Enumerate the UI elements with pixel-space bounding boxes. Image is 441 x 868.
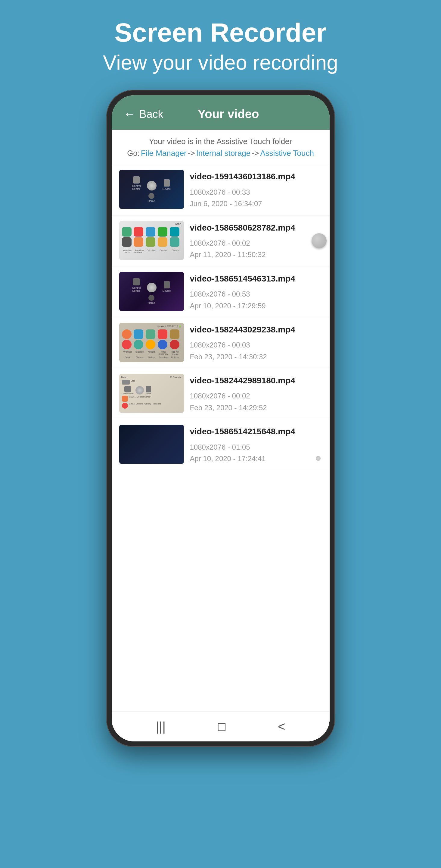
video-thumbnail: ControlCenter Device [119,170,184,209]
path-arrow-1: -> [188,147,195,160]
video-name: video-1582442989180.mp4 [190,375,322,386]
video-date: Apr 10, 2020 - 17:29:59 [190,300,322,312]
path-arrow-2: -> [252,147,259,160]
phone-frame: ← Back Your video Your video is in the A… [106,90,335,747]
page-header: Screen Recorder View your video recordin… [103,0,338,87]
video-date: Jun 6, 2020 - 16:34:07 [190,198,322,210]
video-list: ControlCenter Device [112,164,330,711]
video-item[interactable]: video-1586514215648.mp4 1080x2076 - 01:0… [112,419,330,470]
phone-outer: ← Back Your video Your video is in the A… [106,90,335,747]
video-resolution: 1080x2076 - 00:02 [190,390,322,402]
page-subtitle: View your video recording [103,50,338,75]
back-label: Back [139,108,164,121]
video-date: Apr 11, 2020 - 11:50:32 [190,249,322,260]
scroll-indicator [311,233,327,248]
video-info: video-1586514215648.mp4 1080x2076 - 01:0… [190,425,322,464]
path-assistive-touch[interactable]: Assistive Touch [260,147,314,160]
phone-navigation: ||| □ < [112,711,330,741]
path-internal-storage[interactable]: Internal storage [196,147,251,160]
video-resolution: 1080x2076 - 00:53 [190,288,322,300]
nav-back-button[interactable]: < [278,719,285,734]
video-item[interactable]: Updated 2/23 12:17 🔋 [112,317,330,368]
video-info: video-1591436013186.mp4 1080x2076 - 00:3… [190,170,322,210]
phone-header: ← Back Your video [112,95,330,130]
page-title: Screen Recorder [103,18,338,47]
video-thumbnail: Updated 2/23 12:17 🔋 [119,323,184,362]
video-item[interactable]: ControlCenter Device [112,267,330,317]
phone-inner: ← Back Your video Your video is in the A… [112,95,330,741]
video-info: video-1586514546313.mp4 1080x2076 - 00:5… [190,272,322,312]
path-file-manager[interactable]: File Manager [141,147,186,160]
video-date: Apr 10, 2020 - 17:24:41 [190,453,322,464]
video-item[interactable]: Mute ⊞ Favorite Stop [112,368,330,419]
video-resolution: 1080x2076 - 00:03 [190,339,322,351]
video-item[interactable]: ControlCenter Device [112,164,330,215]
video-thumbnail: Mute ⊞ Favorite Stop [119,374,184,413]
video-date: Feb 23, 2020 - 14:30:32 [190,351,322,363]
video-item[interactable]: Toán [112,216,330,267]
video-name: video-1591436013186.mp4 [190,171,322,182]
nav-home-button[interactable]: □ [218,719,226,734]
video-name: video-1586514215648.mp4 [190,426,322,437]
info-bar: Your video is in the Assistive Touch fol… [112,130,330,164]
video-resolution: 1080x2076 - 00:33 [190,187,322,198]
back-arrow-icon: ← [124,107,136,121]
nav-menu-button[interactable]: ||| [156,719,166,734]
video-name: video-1586580628782.mp4 [190,222,322,233]
video-info: video-1582442989180.mp4 1080x2076 - 00:0… [190,374,322,413]
video-name: video-1586514546313.mp4 [190,273,322,284]
video-resolution: 1080x2076 - 01:05 [190,441,322,453]
back-button[interactable]: ← Back [124,107,164,121]
info-path: Go: File Manager -> Internal storage -> … [121,147,320,160]
video-date: Feb 23, 2020 - 14:29:52 [190,402,322,413]
path-prefix: Go: [127,147,140,160]
video-thumbnail: ControlCenter Device [119,272,184,311]
video-name: video-1582443029238.mp4 [190,324,322,335]
video-thumbnail [119,425,184,464]
video-thumbnail: Toán [119,221,184,260]
video-info: video-1586580628782.mp4 1080x2076 - 00:0… [190,221,322,261]
header-title: Your video [164,107,294,121]
video-info: video-1582443029238.mp4 1080x2076 - 00:0… [190,323,322,363]
phone-content: Your video is in the Assistive Touch fol… [112,130,330,741]
video-resolution: 1080x2076 - 00:02 [190,238,322,249]
info-description: Your video is in the Assistive Touch fol… [121,136,320,147]
